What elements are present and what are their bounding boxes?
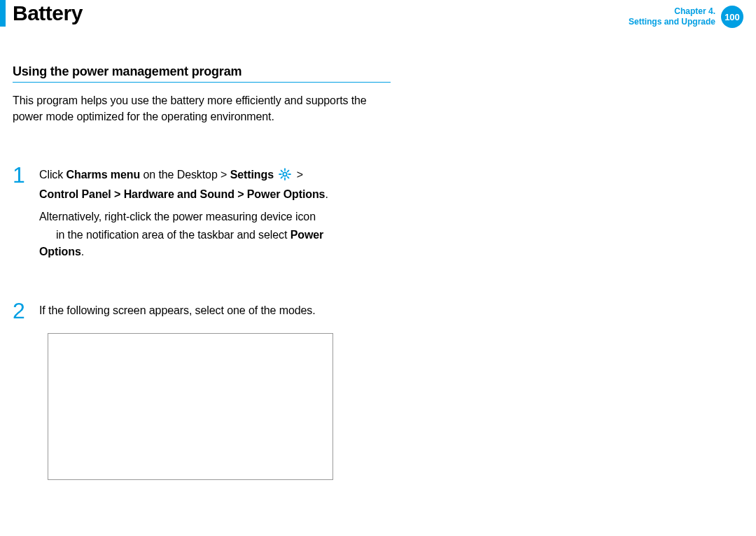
page-title: Battery <box>13 1 83 25</box>
step-2: 2 If the following screen appears, selec… <box>13 299 391 325</box>
step-1: 1 Click Charms menu on the Desktop > Set… <box>13 164 391 266</box>
step-number: 1 <box>13 164 28 186</box>
section-intro: This program helps you use the battery m… <box>13 92 377 125</box>
step-1-line-1: Click Charms menu on the Desktop > Setti… <box>39 167 328 203</box>
step-body: Click Charms menu on the Desktop > Setti… <box>39 164 328 266</box>
screenshot-placeholder <box>48 333 333 480</box>
page-number-badge: 100 <box>721 6 743 28</box>
section-heading: Using the power management program <box>13 64 391 83</box>
chapter-block: Chapter 4. Settings and Upgrade 100 <box>629 6 743 28</box>
chapter-line2: Settings and Upgrade <box>629 17 715 27</box>
bold-options: Options <box>39 246 81 258</box>
step-body: If the following screen appears, select … <box>39 299 316 325</box>
step-2-text: If the following screen appears, select … <box>39 302 316 319</box>
bold-charms: Charms menu <box>66 169 141 181</box>
chapter-line1: Chapter 4. <box>674 6 715 16</box>
step-number: 2 <box>13 299 28 322</box>
accent-bar <box>0 0 6 27</box>
step-1-alt: Alternatively, right-click the power mea… <box>39 209 328 260</box>
content-column: Using the power management program This … <box>13 64 391 480</box>
chapter-label: Chapter 4. Settings and Upgrade <box>629 6 715 27</box>
bold-settings: Settings <box>230 169 274 181</box>
svg-point-0 <box>284 173 287 176</box>
bold-path: Control Panel > Hardware and Sound > Pow… <box>39 188 325 200</box>
gear-icon <box>278 167 292 186</box>
bold-power: Power <box>290 229 324 241</box>
